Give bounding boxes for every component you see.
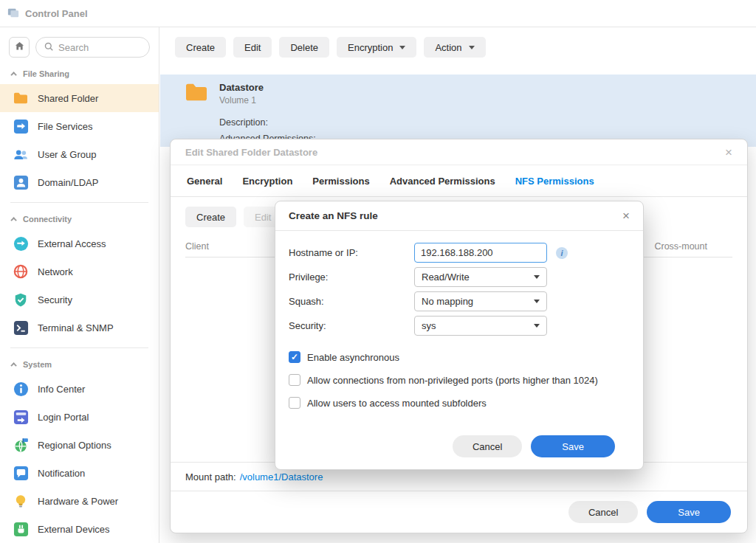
section-file-sharing[interactable]: File Sharing — [0, 58, 159, 84]
control-panel-window: Control Panel File Sharing — [0, 0, 756, 543]
info-icon[interactable]: i — [556, 247, 568, 259]
home-button[interactable] — [9, 37, 30, 58]
squash-value: No mapping — [422, 296, 473, 307]
tab-nfs-permissions[interactable]: NFS Permissions — [515, 176, 594, 187]
terminal-icon — [12, 320, 30, 336]
sidebar-item-file-services[interactable]: File Services — [0, 112, 159, 140]
sidebar-item-label: Network — [38, 266, 73, 277]
chevron-down-icon — [534, 275, 540, 279]
section-label: File Sharing — [23, 69, 69, 78]
column-header-client[interactable]: Client — [185, 241, 209, 252]
sidebar-item-label: Terminal & SNMP — [38, 322, 114, 333]
close-icon[interactable]: × — [725, 146, 732, 159]
sidebar-item-label: External Access — [38, 238, 106, 249]
chevron-up-icon — [10, 72, 16, 77]
folder-head: Datastore Volume 1 — [184, 82, 756, 106]
save-button[interactable]: Save — [531, 435, 615, 457]
sidebar-item-label: Domain/LDAP — [38, 177, 98, 188]
sidebar-item-domain-ldap[interactable]: Domain/LDAP — [0, 168, 159, 196]
checkbox-label: Allow connections from non-privileged po… — [307, 375, 598, 386]
column-header-cross-mount[interactable]: Cross-mount — [654, 241, 732, 252]
dialog-titlebar: Edit Shared Folder Datastore × — [171, 139, 747, 165]
close-icon[interactable]: × — [622, 210, 630, 222]
sidebar: File Sharing Shared Folder File Services… — [0, 27, 159, 543]
user-group-icon — [12, 148, 30, 162]
security-select[interactable]: sys — [414, 316, 547, 336]
action-dropdown-button[interactable]: Action — [424, 37, 485, 58]
dialog-footer: Cancel Save — [289, 435, 630, 469]
non-privileged-ports-checkbox[interactable] — [289, 374, 300, 386]
nfs-form: Hostname or IP: i Privilege: Read/Write … — [275, 231, 643, 469]
chevron-up-icon — [10, 362, 16, 368]
sidebar-item-user-group[interactable]: User & Group — [0, 140, 159, 168]
encryption-dropdown-button[interactable]: Encryption — [337, 37, 416, 58]
chevron-down-icon — [534, 300, 540, 303]
create-nfs-rule-dialog: Create an NFS rule × Hostname or IP: i P… — [275, 201, 644, 470]
sidebar-item-external-access[interactable]: External Access — [0, 229, 159, 257]
privilege-select[interactable]: Read/Write — [414, 267, 547, 287]
search-input[interactable] — [58, 42, 142, 53]
privilege-field-row: Privilege: Read/Write — [289, 267, 630, 287]
enable-asynchronous-checkbox[interactable] — [289, 351, 300, 363]
dialog-tabs: General Encryption Permissions Advanced … — [171, 165, 747, 197]
tab-general[interactable]: General — [187, 176, 222, 187]
delete-button[interactable]: Delete — [279, 37, 329, 58]
squash-select[interactable]: No mapping — [414, 291, 547, 311]
sidebar-item-hardware-power[interactable]: Hardware & Power — [0, 487, 159, 515]
sidebar-item-terminal-snmp[interactable]: Terminal & SNMP — [0, 314, 159, 342]
cancel-button[interactable]: Cancel — [453, 435, 522, 457]
checkbox-label: Enable asynchronous — [307, 352, 399, 363]
mount-path-link[interactable]: /volume1/Datastore — [240, 471, 323, 483]
sidebar-item-info-center[interactable]: Info Center — [0, 375, 159, 403]
tab-advanced-permissions[interactable]: Advanced Permissions — [390, 176, 495, 187]
cancel-button[interactable]: Cancel — [568, 501, 638, 523]
sidebar-item-label: Notification — [38, 468, 85, 479]
privilege-value: Read/Write — [422, 272, 470, 283]
search-box[interactable] — [35, 37, 150, 58]
sidebar-item-network[interactable]: Network — [0, 257, 159, 286]
save-button[interactable]: Save — [647, 501, 731, 523]
nfs-create-rule-button[interactable]: Create — [185, 207, 236, 227]
dialog-title: Create an NFS rule — [289, 210, 378, 221]
checkbox-label: Allow users to access mounted subfolders — [307, 398, 487, 409]
lightbulb-icon — [12, 494, 30, 509]
mounted-subfolders-checkbox[interactable] — [289, 397, 300, 409]
shared-folder-row-datastore[interactable]: Datastore Volume 1 Description: Advanced… — [160, 75, 756, 147]
sidebar-item-label: Regional Options — [38, 440, 111, 451]
sidebar-item-label: Login Portal — [38, 412, 89, 423]
sidebar-item-external-devices[interactable]: External Devices — [0, 515, 159, 543]
section-label: Connectivity — [23, 215, 72, 224]
sidebar-item-label: Info Center — [38, 384, 85, 395]
hostname-input[interactable] — [414, 243, 547, 263]
shared-folder-icon — [12, 91, 30, 105]
section-connectivity[interactable]: Connectivity — [0, 203, 159, 229]
dialog-footer: Cancel Save — [171, 491, 747, 533]
non-privileged-ports-checkbox-row[interactable]: Allow connections from non-privileged po… — [289, 374, 630, 386]
control-panel-app-icon — [7, 7, 19, 21]
security-value: sys — [422, 320, 436, 331]
enable-asynchronous-checkbox-row[interactable]: Enable asynchronous — [289, 351, 630, 363]
mounted-subfolders-checkbox-row[interactable]: Allow users to access mounted subfolders — [289, 397, 630, 409]
edit-button[interactable]: Edit — [233, 37, 272, 58]
sidebar-item-security[interactable]: Security — [0, 286, 159, 314]
sidebar-item-regional-options[interactable]: Regional Options — [0, 431, 159, 459]
sidebar-item-notification[interactable]: Notification — [0, 459, 159, 487]
sidebar-item-label: External Devices — [38, 524, 110, 535]
folder-name: Datastore — [219, 82, 264, 93]
security-shield-icon — [12, 292, 30, 308]
sidebar-item-login-portal[interactable]: Login Portal — [0, 403, 159, 431]
window-title: Control Panel — [25, 8, 88, 19]
create-button[interactable]: Create — [175, 37, 226, 58]
sidebar-search-row — [0, 37, 159, 58]
sidebar-item-shared-folder[interactable]: Shared Folder — [0, 84, 159, 112]
folder-icon — [184, 82, 209, 106]
tab-encryption[interactable]: Encryption — [242, 176, 292, 187]
sidebar-item-label: Hardware & Power — [38, 496, 118, 507]
hostname-label: Hostname or IP: — [289, 247, 414, 258]
window-titlebar: Control Panel — [0, 0, 756, 27]
sidebar-item-label: Security — [38, 294, 72, 305]
tab-permissions[interactable]: Permissions — [312, 176, 369, 187]
description-label: Description: — [219, 114, 756, 131]
section-system[interactable]: System — [0, 348, 159, 375]
sidebar-item-label: User & Group — [38, 149, 96, 160]
